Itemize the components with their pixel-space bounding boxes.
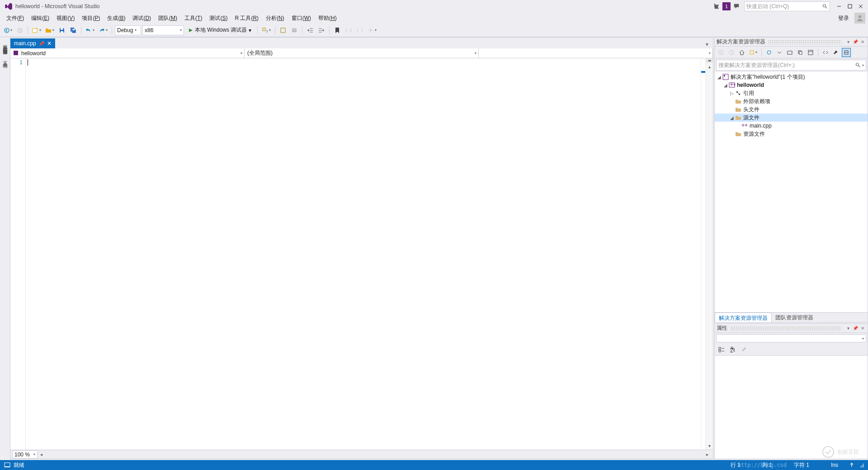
platform-combo[interactable]: x86▾ [142, 25, 184, 35]
zoom-combo[interactable]: 100 %▾ [12, 451, 38, 459]
sln-collapse-icon[interactable] [775, 48, 784, 57]
menu-debug[interactable]: 调试(D) [129, 13, 155, 24]
toolbox-tab[interactable]: 工具箱 [0, 54, 10, 63]
categorized-icon[interactable] [717, 345, 726, 355]
notification-badge[interactable]: 1 [722, 2, 731, 10]
tb-icon-2[interactable] [289, 25, 299, 35]
tb-indent-right[interactable] [316, 25, 326, 35]
solution-explorer-tab[interactable]: 解决方案资源管理器 [715, 313, 772, 322]
tb-bookmark[interactable] [332, 25, 342, 35]
menu-project[interactable]: 项目(P) [78, 13, 104, 24]
scope-member-combo[interactable]: ▾ [479, 48, 713, 58]
redo-button[interactable]: ▾ [97, 25, 109, 35]
resize-grip-icon[interactable] [859, 462, 864, 468]
nav-forward-button[interactable] [15, 25, 25, 35]
config-combo[interactable]: Debug▾ [115, 25, 141, 35]
properties-grid[interactable] [715, 356, 868, 459]
sln-showall-icon[interactable] [785, 48, 794, 57]
tb-uncomment[interactable] [355, 25, 365, 35]
scope-function-combo[interactable]: (全局范围) ▾ [245, 48, 479, 58]
publish-icon[interactable] [849, 462, 854, 468]
menu-window[interactable]: 窗口(W) [288, 13, 315, 24]
expander-icon[interactable]: ◢ [729, 115, 735, 120]
run-button[interactable]: 本地 Windows 调试器 ▾ [185, 25, 255, 35]
sln-home-icon[interactable] [737, 48, 746, 57]
pin-icon[interactable]: 📌 [852, 325, 859, 332]
hscroll-left-icon[interactable]: ◂ [38, 451, 45, 458]
solution-search-input[interactable]: 搜索解决方案资源管理器(Ctrl+;) ▾ [716, 60, 866, 71]
expander-icon[interactable]: ▷ [729, 91, 735, 96]
quick-launch-input[interactable]: 快速启动 (Ctrl+Q) [744, 1, 830, 11]
panel-close-icon[interactable]: ✕ [859, 39, 866, 45]
sln-refresh-icon[interactable] [764, 48, 774, 57]
sln-sync-icon[interactable]: ▾ [748, 48, 759, 57]
expander-icon[interactable]: ◢ [723, 83, 728, 88]
minimize-button[interactable] [834, 1, 844, 12]
panel-dropdown-icon[interactable]: ▾ [845, 325, 851, 332]
save-button[interactable] [57, 25, 67, 35]
flag-icon[interactable] [712, 2, 721, 10]
server-explorer-tab[interactable]: 服务器资源管理器 [0, 38, 10, 52]
menu-edit[interactable]: 编辑(E) [28, 13, 53, 24]
menu-tools[interactable]: 工具(T) [181, 13, 206, 24]
menu-analyze[interactable]: 分析(N) [262, 13, 288, 24]
new-project-button[interactable]: ▾ [31, 25, 42, 35]
pin-icon[interactable]: 📌 [852, 39, 859, 45]
close-tab-icon[interactable]: ✕ [47, 40, 52, 47]
scroll-down-icon[interactable]: ▾ [706, 442, 713, 450]
team-explorer-tab[interactable]: 团队资源管理器 [772, 313, 817, 322]
nav-back-button[interactable]: ▾ [3, 25, 14, 35]
tree-resources-node[interactable]: 资源文件 [715, 130, 868, 138]
properties-object-combo[interactable]: ▾ [716, 334, 866, 342]
login-link[interactable]: 登录 [835, 13, 852, 24]
expander-icon[interactable]: ◢ [717, 75, 722, 80]
scroll-up-icon[interactable]: ▴ [706, 63, 713, 71]
maximize-button[interactable] [844, 1, 855, 12]
tb-comment[interactable] [344, 25, 354, 35]
sln-code-icon[interactable] [821, 48, 830, 57]
menu-build[interactable]: 生成(B) [104, 13, 129, 24]
panel-close-icon[interactable]: ✕ [859, 325, 866, 332]
tree-project-node[interactable]: ◢ ++ helloworld [715, 81, 868, 89]
sln-back-icon[interactable] [717, 48, 726, 57]
tree-references-node[interactable]: ▷ 引用 [715, 89, 868, 97]
tb-indent-left[interactable] [305, 25, 315, 35]
undo-button[interactable]: ▾ [84, 25, 96, 35]
tree-external-deps-node[interactable]: 外部依赖项 [715, 97, 868, 105]
overview-ruler[interactable] [701, 58, 705, 450]
tb-icon-1[interactable] [278, 25, 288, 35]
menu-help[interactable]: 帮助(H) [315, 13, 340, 24]
code-body[interactable] [26, 58, 701, 450]
tab-overflow-icon[interactable]: ▾ [703, 40, 711, 48]
menu-team[interactable]: 团队(M) [155, 13, 181, 24]
menu-file[interactable]: 文件(F) [3, 13, 28, 24]
menu-rtools[interactable]: R 工具(R) [231, 13, 262, 24]
sln-toggle-icon[interactable] [842, 48, 851, 57]
sln-window-icon[interactable] [806, 48, 815, 57]
tree-sources-node[interactable]: ◢ 源文件 [715, 114, 868, 122]
tb-icon-3[interactable]: ▾ [366, 25, 378, 35]
tree-solution-node[interactable]: ◢ 解决方案"helloworld"(1 个项目) [715, 73, 868, 81]
wrench-icon[interactable] [739, 345, 749, 355]
pin-icon[interactable]: 📌 [39, 41, 44, 46]
open-file-button[interactable]: ▾ [44, 25, 56, 35]
menu-test[interactable]: 测试(S) [206, 13, 231, 24]
alphabetical-icon[interactable]: AZ [728, 345, 738, 355]
tree-main-cpp-node[interactable]: ++ main.cpp [715, 122, 868, 130]
vertical-scrollbar[interactable]: ⬌ ▴ ▾ [705, 58, 713, 450]
step-button[interactable]: ▾ [260, 25, 272, 35]
split-handle-icon[interactable]: ⬌ [706, 58, 713, 63]
menu-view[interactable]: 视图(V) [53, 13, 78, 24]
close-button[interactable] [855, 1, 866, 12]
feedback-icon[interactable] [732, 2, 741, 10]
sln-copy-icon[interactable] [796, 48, 805, 57]
sln-props-icon[interactable] [831, 48, 840, 57]
sln-fwd-icon[interactable] [727, 48, 736, 57]
panel-dropdown-icon[interactable]: ▾ [845, 39, 851, 45]
save-all-button[interactable] [68, 25, 78, 35]
scope-combo[interactable]: helloworld ▾ [10, 48, 245, 58]
avatar-icon[interactable] [854, 13, 865, 24]
doc-tab-main-cpp[interactable]: main.cpp 📌 ✕ [10, 38, 55, 48]
hscroll-right-icon[interactable]: ▸ [703, 451, 711, 458]
tree-headers-node[interactable]: 头文件 [715, 105, 868, 114]
